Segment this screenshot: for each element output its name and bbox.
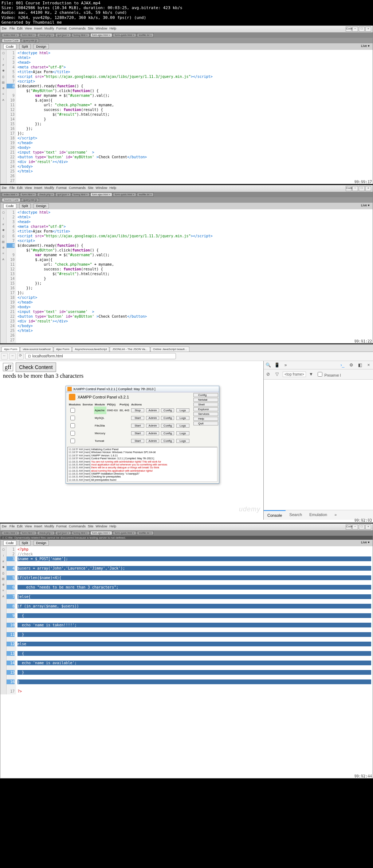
code-content[interactable]: <!doctype html> <html> <head> <meta char… — [16, 50, 373, 184]
gutter-icon[interactable]: {} — [1, 571, 6, 576]
gutter-icon[interactable]: {} — [1, 75, 6, 80]
view-tabs[interactable]: CodeSplitDesignLive ▾ — [0, 540, 373, 546]
gutter-icon[interactable]: ▤ — [1, 81, 6, 86]
back-button[interactable]: ← — [1, 353, 8, 360]
console-icon[interactable]: ›_ — [339, 362, 345, 368]
view-tabs[interactable]: CodeSplitDesignLive ▾ — [0, 203, 373, 209]
xampp-log[interactable]: 11:18:57 AM [main] Initializing Control … — [67, 447, 217, 482]
gutter-icon[interactable]: A — [1, 258, 6, 263]
reload-button[interactable]: ⟳ — [17, 353, 24, 360]
frame-selector[interactable]: <top frame> — [283, 372, 306, 377]
gutter-icon[interactable]: ↕ — [1, 217, 6, 222]
xampp-side-buttons: ConfigNetstatShellExplorerServicesHelpQu… — [193, 392, 219, 445]
gutter-icon[interactable]: A — [1, 595, 6, 600]
gutter-icon[interactable]: ⊕ — [1, 87, 6, 92]
code-mode-label[interactable]: Code — [346, 186, 352, 191]
xampp-icon — [67, 387, 72, 391]
gutter-icon[interactable]: ⎔ — [1, 548, 6, 553]
file-tabs[interactable]: index.html ×form.html ×check.php ×qurl.j… — [0, 32, 373, 38]
gutter-icon[interactable]: ▤ — [1, 240, 6, 245]
dw-logo: Dw — [2, 27, 7, 32]
code-editor[interactable]: ⎔↕#✱{}▤⊕≡A 12345678910111213141516171819… — [0, 209, 373, 343]
check-content-button[interactable]: Check Content — [16, 362, 56, 372]
maximize-icon[interactable]: □ — [359, 27, 365, 32]
video-gen: Generated by Thumbnail me — [1, 20, 372, 25]
close-icon[interactable]: × — [365, 27, 371, 32]
close-icon[interactable]: × — [365, 186, 371, 191]
file-tabs[interactable]: index.html ×form.html ×check.php ×qurl.j… — [0, 192, 373, 197]
gutter-icon[interactable]: ✱ — [1, 69, 6, 74]
minimize-icon[interactable]: − — [352, 524, 358, 530]
close-icon[interactable]: × — [365, 524, 371, 530]
console-body[interactable] — [264, 380, 373, 510]
url-bar[interactable]: 🗋 localhost/form.html — [25, 353, 176, 359]
gutter-icon[interactable]: {} — [1, 234, 6, 239]
close-devtools-icon[interactable]: × — [366, 362, 372, 368]
code-mode-label[interactable]: Code — [346, 27, 352, 32]
video-audio: Audio: aac, 44100 Hz, 2 channels, s16, 5… — [1, 10, 372, 15]
gutter-icon[interactable]: ≡ — [1, 589, 6, 594]
filter-icon[interactable]: ▽ — [274, 372, 280, 377]
minimize-icon[interactable]: − — [352, 27, 358, 32]
file-tabs[interactable]: index.html ×form.html ×check.php ×qurl.j… — [0, 530, 373, 536]
preserve-log-checkbox[interactable] — [318, 372, 322, 377]
minimize-icon[interactable]: − — [352, 186, 358, 191]
view-tabs[interactable]: CodeSplitDesignLive ▾ — [0, 43, 373, 50]
timestamp-1: 00:00:17 — [354, 179, 372, 183]
gutter-icon[interactable]: ↕ — [1, 554, 6, 559]
settings-icon[interactable]: ⚙ — [348, 362, 354, 368]
dock-icon[interactable]: ◧ — [357, 362, 363, 368]
gutter-icon[interactable]: ≡ — [1, 252, 6, 257]
gutter-icon[interactable]: ⎔ — [1, 52, 6, 57]
gutter-icon[interactable]: ⊕ — [1, 583, 6, 588]
device-icon[interactable]: 📱 — [274, 362, 280, 368]
timestamp-2: 00:01:22 — [354, 339, 372, 343]
gutter-icon[interactable]: ⊕ — [1, 246, 6, 251]
menu-items[interactable]: FileEditViewInsertModifyFormatCommandsSi… — [9, 186, 118, 191]
xampp-header: XAMPP Control Panel v3.2.1 — [66, 392, 193, 402]
video-info-header: File: 001 Course Introduction to AJAX.mp… — [0, 0, 373, 25]
gutter-icon[interactable]: ≡ — [1, 92, 6, 98]
menu-items[interactable]: FileEditViewInsertModifyFormatCommandsSi… — [9, 524, 118, 530]
gutter-icon[interactable]: # — [1, 560, 6, 565]
xampp-modules-table: ModulesServiceModulePID(s)Port(s)Actions… — [66, 402, 193, 445]
source-tabs[interactable]: Source Codejquery.min.js — [0, 38, 373, 43]
gutter-icon[interactable]: ⎔ — [1, 211, 6, 216]
clear-icon[interactable]: ⊘ — [265, 372, 271, 377]
search-icon[interactable]: 🔍 — [265, 362, 271, 368]
tab-emulation[interactable]: Emulation — [306, 510, 331, 520]
username-input[interactable]: gff — [3, 363, 13, 371]
browser-tabs[interactable]: Ajax Formview-source:localhostAjax FormA… — [0, 344, 373, 352]
gutter-icon[interactable]: ↕ — [1, 58, 6, 63]
code-editor[interactable]: ⎔↕#✱{}▤⊕≡A 12345678910111213141516171819… — [0, 50, 373, 184]
forward-button[interactable]: → — [9, 353, 16, 360]
dropdown-icon[interactable]: ▼ — [309, 372, 313, 377]
code-mode-label[interactable]: Code — [346, 524, 352, 530]
video-size: Size: 10842986 bytes (10.34 MiB), durati… — [1, 5, 372, 10]
chrome-devtools[interactable]: 🔍 📱 » ›_ ⚙ ◧ × ⊘ ▽ <top frame> ▼ Preserv… — [263, 361, 373, 520]
source-tabs[interactable]: Source Codejquery.min.js — [0, 197, 373, 203]
xampp-logo — [69, 394, 75, 400]
more-icon[interactable]: » — [283, 362, 288, 368]
gutter-icon[interactable]: ✱ — [1, 566, 6, 571]
video-file: File: 001 Course Introduction to AJAX.mp… — [1, 1, 372, 5]
thumbnail-frame-2: Dw FileEditViewInsertModifyFormatCommand… — [0, 185, 373, 344]
xampp-titlebar[interactable]: XAMPP Control Panel v3.2.1 [ Compiled: M… — [66, 386, 219, 392]
maximize-icon[interactable]: □ — [359, 186, 365, 191]
php-code-content[interactable]: <?php //check $name = $_POST['name']; $u… — [16, 546, 373, 694]
tab-search[interactable]: Search — [286, 510, 306, 520]
gutter-icon[interactable]: A — [1, 98, 6, 103]
menu-items[interactable]: FileEditViewInsertModifyFormatCommandsSi… — [9, 27, 118, 32]
line-numbers: 1234567891011121314151617181920212223242… — [7, 50, 16, 184]
maximize-icon[interactable]: □ — [359, 524, 365, 530]
php-code-editor[interactable]: ⎔↕#✱{}▤⊕≡A 1234567891011121314151617 <?p… — [0, 546, 373, 694]
gutter-icon[interactable]: # — [1, 63, 6, 68]
xampp-control-panel[interactable]: XAMPP Control Panel v3.2.1 [ Compiled: M… — [66, 386, 219, 484]
gutter-icon[interactable]: ✱ — [1, 229, 6, 234]
gutter-icon[interactable]: # — [1, 223, 6, 228]
code-content[interactable]: <!doctype html> <html> <head> <meta char… — [16, 209, 373, 343]
tab-console[interactable]: Console — [264, 510, 286, 520]
page-content: gff Check Content needs to be more than … — [0, 361, 263, 520]
tab-more[interactable]: » — [331, 510, 340, 520]
gutter-icon[interactable]: ▤ — [1, 577, 6, 582]
